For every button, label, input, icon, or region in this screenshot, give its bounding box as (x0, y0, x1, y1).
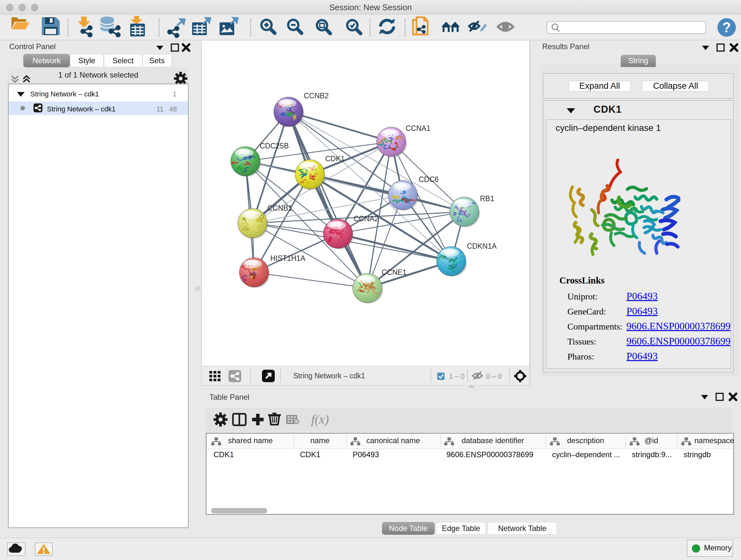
svg-text:1 – 0: 1 – 0 (449, 372, 465, 380)
svg-text:CCNB1: CCNB1 (267, 204, 292, 212)
svg-text:f(x): f(x) (311, 412, 329, 427)
svg-text:CDK1: CDK1 (325, 154, 345, 163)
svg-text:CCNE1: CCNE1 (382, 268, 407, 276)
svg-text:CCNA1: CCNA1 (406, 124, 430, 132)
svg-text:CCNB2: CCNB2 (304, 91, 329, 100)
svg-text:CDC25B: CDC25B (260, 142, 289, 150)
svg-text:CDC6: CDC6 (419, 175, 439, 184)
svg-text:CDKN1A: CDKN1A (467, 242, 497, 250)
svg-text:?: ? (723, 19, 731, 35)
svg-text:0 – 0: 0 – 0 (486, 372, 502, 380)
svg-text:CCNA2: CCNA2 (354, 214, 379, 223)
svg-text:HIST1H1A: HIST1H1A (270, 254, 306, 262)
svg-text:RB1: RB1 (480, 194, 494, 203)
